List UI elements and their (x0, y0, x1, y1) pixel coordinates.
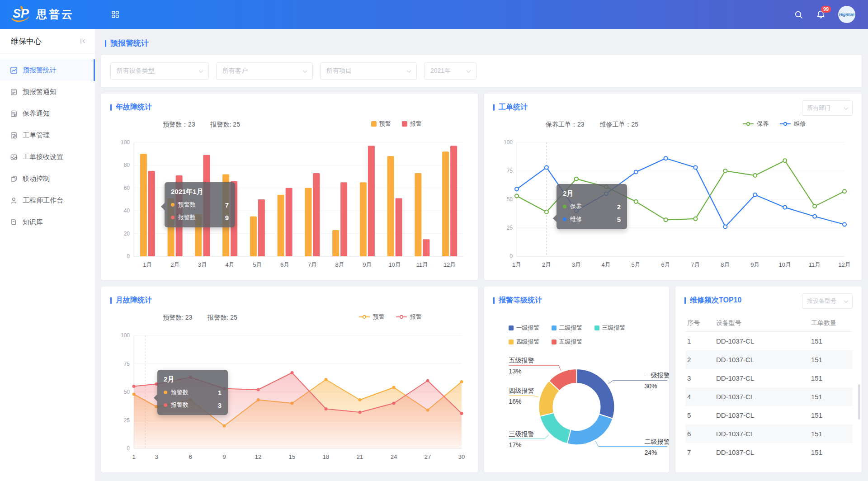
svg-text:25: 25 (507, 225, 513, 231)
svg-text:3: 3 (155, 453, 158, 460)
svg-text:100: 100 (504, 139, 513, 146)
tooltip-row: 报警数9 (171, 213, 229, 222)
sidebar-item-label: 工单管理 (23, 131, 50, 140)
svg-text:16%: 16% (509, 398, 522, 405)
filter-select-3[interactable]: 2021年 (424, 62, 476, 80)
svg-text:15: 15 (289, 453, 295, 460)
device-model-sort-button[interactable]: 按设备型号 (802, 293, 853, 309)
sidebar-item-workorder-receive[interactable]: 工单接收设置 (0, 146, 95, 168)
tooltip-row: 维修5 (563, 215, 621, 223)
svg-text:75: 75 (507, 168, 513, 174)
line-marker-icon (396, 315, 407, 319)
sidebar-item-knowledge-base[interactable]: 知识库 (0, 211, 95, 233)
svg-text:8月: 8月 (335, 261, 344, 268)
sidebar-item-maintain-notice[interactable]: 保养通知 (0, 103, 95, 124)
chevron-down-icon (199, 68, 203, 73)
sidebar-item-label: 知识库 (23, 218, 43, 226)
avatar-text: Hignton (839, 12, 854, 17)
line-marker-icon (359, 315, 370, 319)
line-marker-icon (742, 122, 754, 126)
workorder-receive-icon (10, 153, 18, 161)
card-title-alarm-level: 报警等级统计 (499, 296, 542, 305)
sidebar-item-engineer-workbench[interactable]: 工程师工作台 (0, 189, 95, 211)
table-row[interactable]: 5DD-1037-CL151 (685, 406, 853, 424)
table-scrollbar[interactable] (858, 384, 860, 420)
filter-select-1[interactable]: 所有客户 (216, 62, 313, 80)
chevron-down-icon (844, 105, 849, 110)
card-title-work-order: 工单统计 (499, 103, 528, 112)
sidebar-item-workorder-manage[interactable]: 工单管理 (0, 124, 95, 146)
svg-text:80: 80 (124, 162, 130, 168)
line-chart[interactable]: 02550751001月2月3月4月5月6月7月8月9月10月11月12月 (493, 136, 852, 272)
filter-select-2[interactable]: 所有项目 (320, 62, 417, 80)
avatar[interactable]: Hignton (838, 6, 855, 23)
table-row[interactable]: 3DD-1037-CL151 (685, 369, 853, 387)
square-marker-icon (594, 325, 599, 330)
chart-legend: 保养维修 (742, 120, 806, 128)
legend-item-三级报警[interactable]: 三级报警 (594, 324, 626, 332)
brand-logo[interactable]: SP 思普云 (0, 5, 96, 24)
chart-stats: 保养工单：23维修工单：25 (546, 121, 638, 129)
table-row[interactable]: 1DD-1037-CL151 (685, 332, 853, 350)
svg-text:100: 100 (121, 139, 130, 146)
sidebar-item-alert-notice[interactable]: 预报警通知 (0, 81, 95, 103)
legend-item-一级报警[interactable]: 一级报警 (509, 324, 540, 332)
sidebar: 维保中心 预报警统计预报警通知保养通知工单管理工单接收设置联动控制工程师工作台知… (0, 29, 95, 481)
svg-text:8月: 8月 (721, 261, 730, 268)
svg-text:30: 30 (458, 453, 465, 460)
apps-grid-icon[interactable] (111, 10, 119, 19)
svg-text:5月: 5月 (632, 261, 641, 268)
svg-text:4月: 4月 (226, 261, 235, 268)
legend-item-预警[interactable]: 预警 (371, 120, 391, 128)
legend-item-报警[interactable]: 报警 (402, 120, 422, 128)
legend-item-报警[interactable]: 报警 (396, 313, 422, 321)
svg-text:3月: 3月 (572, 261, 581, 268)
stat-text: 预警数：23 (163, 121, 195, 129)
work-order-card: 工单统计 所有部门 保养工单：23维修工单：25 保养维修 0255075100… (484, 94, 862, 280)
search-icon[interactable] (794, 10, 803, 19)
donut-chart[interactable]: 一级报警30%二级报警24%三级报警17%四级报警16%五级报警13% (484, 340, 669, 471)
svg-text:9: 9 (222, 453, 226, 460)
sidebar-item-stats-chart[interactable]: 预报警统计 (0, 59, 95, 81)
area-chart-tooltip: 2月 预警数1报警数3 (157, 370, 228, 415)
app-header: SP 思普云 99 Hignton (0, 0, 868, 29)
filter-select-0[interactable]: 所有设备类型 (110, 62, 209, 80)
svg-text:SP: SP (13, 7, 29, 20)
svg-text:13%: 13% (509, 368, 522, 375)
table-row[interactable]: 6DD-1037-CL151 (685, 424, 853, 443)
table-row[interactable]: 7DD-1037-CL151 (685, 443, 853, 462)
notifications-bell[interactable]: 99 (816, 10, 826, 19)
logo-icon: SP (9, 5, 33, 24)
svg-text:75: 75 (124, 361, 130, 367)
table-row[interactable]: 2DD-1037-CL151 (685, 350, 853, 369)
sidebar-collapse-icon[interactable] (79, 37, 87, 45)
card-title-year-fault: 年故障统计 (116, 103, 152, 112)
stat-text: 报警数: 25 (208, 314, 237, 322)
chevron-down-icon (407, 68, 411, 73)
title-bar-decor (105, 40, 106, 47)
sidebar-item-linkage-control[interactable]: 联动控制 (0, 168, 95, 189)
chevron-down-icon (467, 68, 471, 73)
legend-item-预警[interactable]: 预警 (359, 313, 385, 321)
svg-text:10月: 10月 (388, 261, 401, 268)
svg-text:17%: 17% (509, 441, 522, 448)
svg-text:60: 60 (124, 185, 130, 191)
stat-text: 报警数: 25 (211, 121, 240, 129)
line-chart-tooltip: 2月 保养2维修5 (557, 184, 627, 229)
svg-text:11月: 11月 (809, 261, 821, 268)
svg-text:50: 50 (507, 196, 513, 203)
department-select[interactable]: 所有部门 (802, 100, 853, 116)
svg-text:2月: 2月 (542, 261, 551, 268)
brand-name: 思普云 (36, 7, 74, 22)
month-fault-card: 月故障统计 预警数: 23报警数: 25 预警报警 02550751001369… (101, 287, 478, 472)
legend-item-维修[interactable]: 维修 (779, 120, 806, 128)
svg-text:4月: 4月 (602, 261, 611, 268)
svg-text:18: 18 (323, 453, 329, 460)
table-row[interactable]: 4DD-1037-CL151 (685, 387, 853, 406)
legend-item-保养[interactable]: 保养 (742, 120, 769, 128)
legend-item-二级报警[interactable]: 二级报警 (552, 324, 583, 332)
tooltip-row: 预警数1 (164, 388, 222, 396)
tooltip-row: 预警数7 (171, 201, 229, 209)
svg-text:2月: 2月 (170, 261, 179, 268)
sidebar-item-label: 联动控制 (23, 174, 50, 183)
